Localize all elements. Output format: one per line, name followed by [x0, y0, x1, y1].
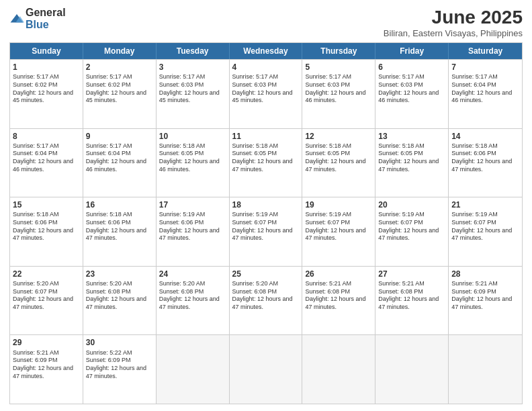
calendar-day-23: 23Sunrise: 5:20 AMSunset: 6:08 PMDayligh…	[83, 267, 157, 335]
day-number: 10	[159, 131, 226, 142]
day-number: 22	[13, 269, 80, 279]
calendar-day-30: 30Sunrise: 5:22 AMSunset: 6:09 PMDayligh…	[83, 335, 157, 404]
day-info: Sunrise: 5:18 AMSunset: 6:05 PMDaylight:…	[159, 142, 226, 174]
day-number: 3	[159, 62, 226, 73]
page: General Blue June 2025 Biliran, Eastern …	[0, 0, 532, 411]
day-number: 17	[159, 199, 226, 210]
day-number: 27	[378, 269, 445, 279]
day-info: Sunrise: 5:20 AMSunset: 6:08 PMDaylight:…	[86, 280, 153, 312]
header-day-saturday: Saturday	[449, 43, 522, 59]
calendar-header-row: SundayMondayTuesdayWednesdayThursdayFrid…	[10, 43, 522, 59]
calendar-day-25: 25Sunrise: 5:20 AMSunset: 6:08 PMDayligh…	[230, 267, 303, 335]
day-info: Sunrise: 5:18 AMSunset: 6:05 PMDaylight:…	[232, 142, 300, 174]
day-number: 2	[86, 62, 153, 73]
calendar-day-1: 1Sunrise: 5:17 AMSunset: 6:02 PMDaylight…	[10, 60, 83, 128]
day-info: Sunrise: 5:17 AMSunset: 6:02 PMDaylight:…	[86, 73, 153, 105]
day-number: 19	[305, 199, 372, 210]
calendar-day-21: 21Sunrise: 5:19 AMSunset: 6:07 PMDayligh…	[449, 197, 522, 266]
day-info: Sunrise: 5:17 AMSunset: 6:03 PMDaylight:…	[159, 73, 226, 105]
day-number: 9	[86, 131, 153, 142]
calendar-week-1: 1Sunrise: 5:17 AMSunset: 6:02 PMDaylight…	[10, 59, 522, 128]
calendar-day-7: 7Sunrise: 5:17 AMSunset: 6:04 PMDaylight…	[449, 60, 522, 128]
day-info: Sunrise: 5:18 AMSunset: 6:06 PMDaylight:…	[86, 211, 153, 242]
day-info: Sunrise: 5:19 AMSunset: 6:06 PMDaylight:…	[159, 211, 226, 242]
calendar-cell-empty	[302, 335, 375, 404]
calendar-title: June 2025	[384, 7, 523, 28]
calendar-day-20: 20Sunrise: 5:19 AMSunset: 6:07 PMDayligh…	[375, 197, 449, 266]
calendar-day-3: 3Sunrise: 5:17 AMSunset: 6:03 PMDaylight…	[157, 60, 230, 128]
day-number: 29	[13, 337, 80, 348]
day-info: Sunrise: 5:21 AMSunset: 6:08 PMDaylight:…	[305, 280, 372, 312]
day-number: 15	[13, 199, 80, 210]
header-day-wednesday: Wednesday	[230, 43, 303, 59]
day-info: Sunrise: 5:17 AMSunset: 6:04 PMDaylight:…	[86, 142, 153, 174]
calendar-day-15: 15Sunrise: 5:18 AMSunset: 6:06 PMDayligh…	[10, 197, 83, 266]
day-info: Sunrise: 5:20 AMSunset: 6:08 PMDaylight:…	[232, 280, 300, 312]
day-number: 20	[378, 199, 445, 210]
header-day-monday: Monday	[83, 43, 157, 59]
calendar-day-27: 27Sunrise: 5:21 AMSunset: 6:08 PMDayligh…	[375, 267, 449, 335]
day-info: Sunrise: 5:21 AMSunset: 6:08 PMDaylight:…	[378, 280, 445, 312]
logo: General Blue	[9, 7, 66, 31]
calendar-day-13: 13Sunrise: 5:18 AMSunset: 6:05 PMDayligh…	[375, 129, 449, 197]
day-number: 8	[13, 131, 80, 142]
calendar-day-29: 29Sunrise: 5:21 AMSunset: 6:09 PMDayligh…	[10, 335, 83, 404]
calendar-day-19: 19Sunrise: 5:19 AMSunset: 6:07 PMDayligh…	[302, 197, 375, 266]
calendar-day-4: 4Sunrise: 5:17 AMSunset: 6:03 PMDaylight…	[230, 60, 303, 128]
day-info: Sunrise: 5:17 AMSunset: 6:04 PMDaylight:…	[13, 142, 80, 174]
calendar-subtitle: Biliran, Eastern Visayas, Philippines	[384, 28, 523, 38]
day-info: Sunrise: 5:19 AMSunset: 6:07 PMDaylight:…	[378, 211, 445, 242]
day-info: Sunrise: 5:19 AMSunset: 6:07 PMDaylight:…	[305, 211, 372, 242]
day-number: 4	[232, 62, 300, 73]
calendar-day-8: 8Sunrise: 5:17 AMSunset: 6:04 PMDaylight…	[10, 129, 83, 197]
day-number: 7	[451, 62, 519, 73]
logo-general: General	[26, 7, 66, 18]
day-info: Sunrise: 5:18 AMSunset: 6:06 PMDaylight:…	[451, 142, 519, 174]
day-number: 23	[86, 269, 153, 279]
calendar-day-5: 5Sunrise: 5:17 AMSunset: 6:03 PMDaylight…	[302, 60, 375, 128]
calendar-week-2: 8Sunrise: 5:17 AMSunset: 6:04 PMDaylight…	[10, 128, 522, 197]
calendar-day-16: 16Sunrise: 5:18 AMSunset: 6:06 PMDayligh…	[83, 197, 157, 266]
calendar-day-9: 9Sunrise: 5:17 AMSunset: 6:04 PMDaylight…	[83, 129, 157, 197]
calendar-day-6: 6Sunrise: 5:17 AMSunset: 6:03 PMDaylight…	[375, 60, 449, 128]
calendar-day-2: 2Sunrise: 5:17 AMSunset: 6:02 PMDaylight…	[83, 60, 157, 128]
calendar-cell-empty	[449, 335, 522, 404]
day-number: 26	[305, 269, 372, 279]
title-block: June 2025 Biliran, Eastern Visayas, Phil…	[384, 7, 523, 38]
calendar-day-22: 22Sunrise: 5:20 AMSunset: 6:07 PMDayligh…	[10, 267, 83, 335]
header-day-tuesday: Tuesday	[157, 43, 230, 59]
day-number: 16	[86, 199, 153, 210]
calendar-day-12: 12Sunrise: 5:18 AMSunset: 6:05 PMDayligh…	[302, 129, 375, 197]
header-day-thursday: Thursday	[302, 43, 375, 59]
day-info: Sunrise: 5:21 AMSunset: 6:09 PMDaylight:…	[451, 280, 519, 312]
day-number: 25	[232, 269, 300, 279]
day-info: Sunrise: 5:17 AMSunset: 6:02 PMDaylight:…	[13, 73, 80, 105]
calendar-week-5: 29Sunrise: 5:21 AMSunset: 6:09 PMDayligh…	[10, 334, 522, 404]
calendar-week-4: 22Sunrise: 5:20 AMSunset: 6:07 PMDayligh…	[10, 266, 522, 335]
day-number: 5	[305, 62, 372, 73]
calendar-day-28: 28Sunrise: 5:21 AMSunset: 6:09 PMDayligh…	[449, 267, 522, 335]
day-number: 13	[378, 131, 445, 142]
day-info: Sunrise: 5:20 AMSunset: 6:08 PMDaylight:…	[159, 280, 226, 312]
day-info: Sunrise: 5:17 AMSunset: 6:03 PMDaylight:…	[305, 73, 372, 105]
calendar-cell-empty	[375, 335, 449, 404]
calendar-week-3: 15Sunrise: 5:18 AMSunset: 6:06 PMDayligh…	[10, 197, 522, 266]
day-number: 18	[232, 199, 300, 210]
day-number: 1	[13, 62, 80, 73]
logo-blue: Blue	[26, 19, 49, 30]
calendar-day-24: 24Sunrise: 5:20 AMSunset: 6:08 PMDayligh…	[157, 267, 230, 335]
calendar-day-17: 17Sunrise: 5:19 AMSunset: 6:06 PMDayligh…	[157, 197, 230, 266]
day-info: Sunrise: 5:19 AMSunset: 6:07 PMDaylight:…	[451, 211, 519, 242]
header: General Blue June 2025 Biliran, Eastern …	[9, 7, 523, 38]
day-number: 12	[305, 131, 372, 142]
day-info: Sunrise: 5:17 AMSunset: 6:04 PMDaylight:…	[451, 73, 519, 105]
day-number: 21	[451, 199, 519, 210]
day-number: 24	[159, 269, 226, 279]
day-info: Sunrise: 5:20 AMSunset: 6:07 PMDaylight:…	[13, 280, 80, 312]
day-info: Sunrise: 5:18 AMSunset: 6:06 PMDaylight:…	[13, 211, 80, 242]
day-info: Sunrise: 5:18 AMSunset: 6:05 PMDaylight:…	[305, 142, 372, 174]
logo-icon	[9, 13, 24, 25]
day-info: Sunrise: 5:18 AMSunset: 6:05 PMDaylight:…	[378, 142, 445, 174]
logo-text: General Blue	[26, 7, 66, 31]
day-info: Sunrise: 5:19 AMSunset: 6:07 PMDaylight:…	[232, 211, 300, 242]
